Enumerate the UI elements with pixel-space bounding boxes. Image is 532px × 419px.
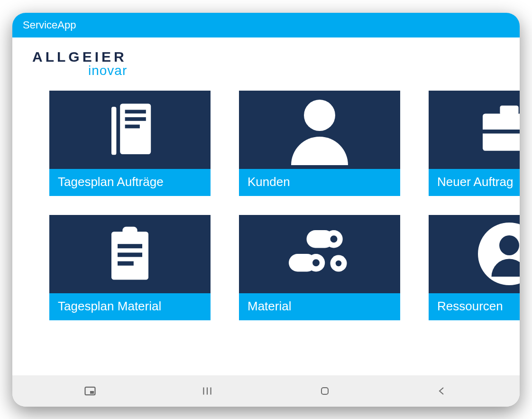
tiles-grid: Tagesplan Aufträge Kunden [49, 91, 520, 320]
app-title: ServiceApp [23, 19, 76, 31]
tile-kunden[interactable]: Kunden [239, 91, 400, 196]
tile-tagesplan-material[interactable]: Tagesplan Material [49, 215, 211, 320]
clipboard-icon [49, 215, 211, 293]
person-icon [239, 91, 400, 169]
briefcase-icon [429, 91, 520, 169]
svg-rect-3 [125, 117, 146, 121]
svg-rect-10 [122, 227, 137, 238]
system-nav-bar [12, 375, 520, 407]
svg-rect-2 [125, 110, 146, 113]
svg-rect-29 [321, 388, 328, 394]
brand-logo: ALLGEIER inovar [12, 46, 520, 91]
svg-point-21 [336, 261, 342, 267]
device-frame: ServiceApp ALLGEIER inovar [12, 13, 520, 407]
pip-icon[interactable] [81, 382, 100, 400]
brand-line1: ALLGEIER [32, 49, 520, 65]
svg-rect-12 [118, 252, 142, 257]
tiles-container: Tagesplan Aufträge Kunden [12, 91, 520, 320]
resource-person-icon [429, 215, 520, 293]
rolls-icon [239, 215, 400, 293]
tile-label: Tagesplan Material [49, 293, 211, 320]
tile-label: Kunden [239, 169, 400, 196]
svg-point-5 [304, 100, 335, 131]
tile-label: Tagesplan Aufträge [49, 169, 211, 196]
svg-rect-11 [118, 244, 142, 248]
brand-line2: inovar [32, 63, 520, 78]
app-title-bar: ServiceApp [12, 13, 520, 37]
svg-point-23 [499, 235, 519, 255]
svg-rect-13 [118, 261, 134, 266]
svg-rect-8 [483, 130, 520, 133]
tile-material[interactable]: Material [239, 215, 400, 320]
recent-apps-icon[interactable] [198, 382, 217, 400]
svg-point-16 [330, 235, 338, 242]
svg-point-19 [312, 259, 320, 266]
svg-rect-25 [90, 391, 94, 394]
home-icon[interactable] [315, 382, 334, 400]
main-content: ALLGEIER inovar Tagesplan Aufträg [12, 37, 520, 375]
tile-label: Ressourcen [429, 293, 520, 320]
tile-neuer-auftrag[interactable]: Neuer Auftrag [429, 91, 520, 196]
svg-rect-0 [111, 107, 116, 155]
tile-label: Material [239, 293, 400, 320]
tile-tagesplan-auftraege[interactable]: Tagesplan Aufträge [49, 91, 211, 196]
svg-rect-6 [500, 106, 518, 115]
tile-ressourcen[interactable]: Ressourcen [429, 215, 520, 320]
tile-label: Neuer Auftrag [429, 169, 520, 196]
back-icon[interactable] [432, 382, 451, 400]
document-icon [49, 91, 211, 169]
svg-rect-4 [125, 125, 140, 129]
